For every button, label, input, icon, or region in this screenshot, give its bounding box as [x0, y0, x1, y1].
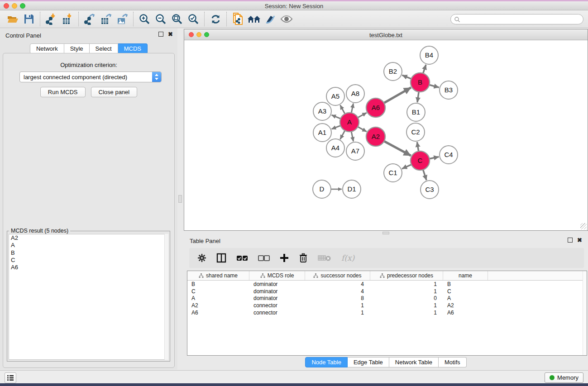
cell-name[interactable]: A6 — [443, 310, 488, 316]
cell-predecessor-nodes[interactable]: 1 — [370, 288, 443, 295]
column-header-shared-name[interactable]: shared name — [187, 271, 249, 280]
delete-column-icon[interactable] — [299, 253, 308, 263]
import-table-button[interactable] — [59, 12, 76, 26]
delete-table-icon[interactable] — [318, 254, 331, 262]
cell-MCDS-role[interactable]: connector — [249, 310, 305, 316]
table-row[interactable]: Cdominator41C — [187, 288, 587, 295]
node-B1[interactable]: B1 — [407, 103, 425, 121]
node-C[interactable]: C — [411, 151, 430, 170]
cell-name[interactable]: B — [443, 281, 488, 287]
ndex-button[interactable] — [246, 12, 262, 26]
node-A4[interactable]: A4 — [326, 139, 344, 157]
node-D1[interactable]: D1 — [343, 180, 361, 198]
export-table-button[interactable] — [98, 12, 114, 26]
export-image-button[interactable] — [114, 12, 130, 26]
node-A3[interactable]: A3 — [313, 102, 331, 120]
zoom-selected-button[interactable] — [185, 12, 201, 26]
cell-name[interactable]: C — [443, 288, 488, 295]
network-graph[interactable]: AA6A2BCA1A3A4A5A7A8B1B2B3B4C1C2C3C4DD1 — [185, 41, 588, 231]
cell-predecessor-nodes[interactable]: 1 — [370, 310, 443, 316]
table-row[interactable]: Adominator80A — [187, 295, 587, 302]
mcds-result-item[interactable]: B — [9, 249, 168, 257]
mcds-result-item[interactable]: A6 — [9, 264, 168, 271]
node-B3[interactable]: B3 — [440, 81, 458, 99]
new-network-from-file-button[interactable] — [229, 12, 246, 26]
mcds-result-list[interactable]: A2ABCA6 — [9, 234, 168, 360]
column-header-name[interactable]: name — [443, 271, 488, 280]
table-row[interactable]: Bdominator41B — [187, 281, 587, 288]
cell-shared-name[interactable]: C — [187, 288, 249, 295]
tab-motifs[interactable]: Motifs — [439, 357, 467, 367]
cell-successor-nodes[interactable]: 1 — [305, 302, 370, 309]
table-scrollbar[interactable] — [583, 271, 587, 355]
cell-predecessor-nodes[interactable]: 1 — [370, 302, 443, 309]
column-layout-icon[interactable] — [216, 253, 226, 263]
clear-selection-icon[interactable] — [258, 255, 270, 261]
network-window-titlebar[interactable]: testGlobe.txt — [184, 29, 588, 40]
cell-successor-nodes[interactable]: 1 — [305, 310, 370, 316]
zoom-fit-button[interactable] — [169, 12, 185, 26]
node-table[interactable]: shared nameMCDS rolesuccessor nodesprede… — [187, 271, 587, 356]
node-A8[interactable]: A8 — [346, 85, 364, 103]
node-A2[interactable]: A2 — [366, 127, 385, 146]
save-session-button[interactable] — [21, 12, 37, 26]
network-canvas[interactable]: AA6A2BCA1A3A4A5A7A8B1B2B3B4C1C2C3C4DD1 — [185, 41, 588, 231]
add-column-icon[interactable] — [280, 253, 289, 262]
run-mcds-button[interactable]: Run MCDS — [40, 87, 86, 97]
node-C1[interactable]: C1 — [384, 164, 402, 182]
tab-style[interactable]: Style — [64, 43, 90, 54]
tab-network[interactable]: Network — [30, 43, 64, 54]
result-list-scrollbar[interactable] — [164, 234, 168, 360]
node-A1[interactable]: A1 — [313, 124, 331, 142]
cell-shared-name[interactable]: A6 — [187, 310, 249, 316]
mcds-result-item[interactable]: C — [9, 257, 168, 264]
hide-annotations-button[interactable] — [262, 12, 278, 26]
cell-shared-name[interactable]: B — [187, 281, 249, 287]
birds-eye-view-button[interactable] — [278, 12, 295, 26]
node-B[interactable]: B — [411, 73, 430, 92]
node-B2[interactable]: B2 — [384, 62, 402, 81]
float-panel-icon[interactable] — [568, 238, 573, 243]
import-network-button[interactable] — [43, 12, 59, 26]
export-network-button[interactable] — [81, 12, 98, 26]
zoom-out-button[interactable] — [153, 12, 169, 26]
float-panel-icon[interactable] — [158, 32, 163, 37]
node-C3[interactable]: C3 — [421, 181, 439, 199]
close-panel-icon[interactable]: ✖ — [168, 32, 173, 37]
close-panel-button[interactable]: Close panel — [91, 87, 138, 97]
node-A6[interactable]: A6 — [366, 98, 385, 117]
memory-button[interactable]: Memory — [545, 372, 583, 383]
cell-predecessor-nodes[interactable]: 1 — [370, 281, 443, 287]
open-session-button[interactable] — [5, 12, 21, 26]
table-row[interactable]: A2connector11A2 — [187, 302, 587, 309]
mcds-result-item[interactable]: A — [9, 242, 168, 249]
close-panel-icon[interactable]: ✖ — [577, 238, 582, 243]
select-all-icon[interactable] — [236, 255, 248, 261]
tab-mcds[interactable]: MCDS — [118, 43, 148, 54]
column-header-successor-nodes[interactable]: successor nodes — [305, 271, 370, 280]
tab-edge-table[interactable]: Edge Table — [348, 357, 389, 367]
cell-predecessor-nodes[interactable]: 0 — [370, 295, 443, 301]
cell-name[interactable]: A2 — [443, 302, 488, 309]
node-A[interactable]: A — [340, 113, 359, 132]
function-builder-icon[interactable]: f(x) — [341, 253, 354, 262]
node-A7[interactable]: A7 — [346, 142, 364, 160]
cell-MCDS-role[interactable]: dominator — [249, 281, 305, 287]
cell-shared-name[interactable]: A2 — [187, 302, 249, 309]
tab-network-table[interactable]: Network Table — [389, 357, 439, 367]
table-row[interactable]: A6connector11A6 — [187, 309, 587, 316]
search-input[interactable] — [460, 15, 583, 24]
splitter-grip-vertical[interactable] — [178, 195, 182, 203]
search-box[interactable] — [450, 14, 583, 24]
node-B4[interactable]: B4 — [420, 46, 438, 64]
window-resize-grip[interactable] — [580, 223, 587, 229]
task-history-button[interactable] — [5, 372, 16, 383]
gear-icon[interactable] — [197, 253, 206, 262]
column-header-predecessor-nodes[interactable]: predecessor nodes — [370, 271, 443, 280]
optimization-criterion-select[interactable]: largest connected component (directed) — [19, 71, 162, 82]
mcds-result-item[interactable]: A2 — [9, 234, 168, 242]
node-C2[interactable]: C2 — [406, 123, 425, 141]
cell-successor-nodes[interactable]: 4 — [305, 288, 370, 295]
tab-node-table[interactable]: Node Table — [305, 357, 348, 367]
node-A5[interactable]: A5 — [326, 87, 344, 105]
